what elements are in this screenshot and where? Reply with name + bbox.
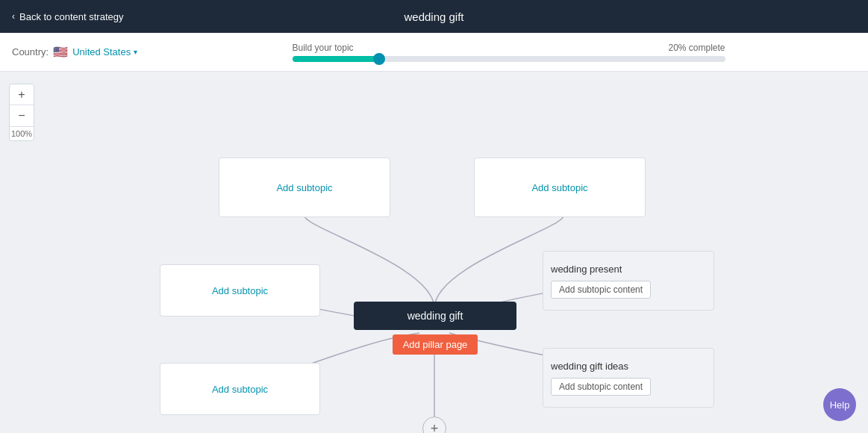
progress-bar-fill [293, 56, 379, 62]
help-button[interactable]: Help [823, 388, 856, 421]
subtopic-1-title: wedding present [551, 264, 622, 275]
top-bar: Country: 🇺🇸 United States ▾ Build your t… [0, 33, 868, 72]
subtopic-node-wedding-present: wedding present Add subtopic content [543, 251, 714, 311]
progress-handle[interactable] [373, 53, 385, 65]
subtopic-node-left[interactable]: Add subtopic [160, 264, 320, 317]
center-topic-label: wedding gift [408, 310, 463, 322]
subtopic-node-left-bottom[interactable]: Add subtopic [160, 363, 320, 415]
country-chevron-icon: ▾ [134, 48, 137, 56]
flag-icon: 🇺🇸 [53, 45, 68, 59]
center-topic-node: wedding gift [354, 302, 516, 330]
subtopic-2-title: wedding gift ideas [551, 361, 628, 372]
add-pillar-button[interactable]: Add pillar page [393, 334, 478, 355]
zoom-in-button[interactable]: + [10, 84, 34, 105]
zoom-out-button[interactable]: − [10, 105, 34, 126]
canvas: + − 100% Add subtopic Add subtopic Add s… [0, 72, 868, 433]
subtopic-node-top-right[interactable]: Add subtopic [474, 158, 646, 217]
progress-header: Build your topic 20% complete [293, 43, 725, 53]
page-title: wedding gift [404, 10, 463, 23]
back-link-label: Back to content strategy [19, 11, 123, 22]
add-subtopic-label-2[interactable]: Add subtopic [531, 182, 587, 193]
progress-pct: 20% complete [668, 43, 725, 53]
add-node-plus-icon: + [431, 421, 439, 434]
subtopic-node-wedding-gift-ideas: wedding gift ideas Add subtopic content [543, 348, 714, 408]
add-subtopic-label-1[interactable]: Add subtopic [276, 182, 332, 193]
progress-bar-bg [293, 56, 725, 62]
add-node-circle[interactable]: + [422, 417, 446, 433]
country-label: Country: [12, 46, 49, 57]
zoom-level: 100% [10, 126, 34, 140]
add-subtopic-label-4[interactable]: Add subtopic [212, 384, 268, 395]
mindmap-lines [0, 72, 868, 433]
progress-section: Build your topic 20% complete [161, 43, 856, 62]
back-link[interactable]: ‹ Back to content strategy [12, 11, 123, 22]
zoom-controls: + − 100% [9, 84, 34, 141]
add-subtopic-label-3[interactable]: Add subtopic [212, 285, 268, 296]
subtopic-2-content-button[interactable]: Add subtopic content [551, 378, 651, 396]
back-chevron-icon: ‹ [12, 11, 15, 22]
country-name-text: United States [72, 46, 131, 57]
country-section: Country: 🇺🇸 United States ▾ [12, 45, 161, 59]
add-pillar-container: Add pillar page [354, 334, 516, 355]
progress-label: Build your topic [293, 43, 354, 53]
subtopic-node-top-left[interactable]: Add subtopic [219, 158, 390, 217]
help-label: Help [830, 399, 850, 411]
subtopic-1-content-button[interactable]: Add subtopic content [551, 281, 651, 299]
header: ‹ Back to content strategy wedding gift [0, 0, 868, 33]
country-selector[interactable]: United States ▾ [72, 46, 137, 57]
